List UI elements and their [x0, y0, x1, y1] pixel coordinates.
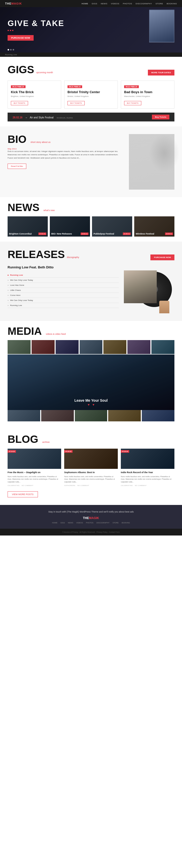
track-6-name: We Can Only Lose Today	[10, 299, 33, 302]
track-item-7[interactable]: Running Low	[7, 303, 119, 308]
gig-1-ticket-button[interactable]: Buy tickets	[11, 101, 28, 105]
video-play-button[interactable]: ♥	[93, 403, 94, 406]
view-more-posts-button[interactable]: View More Posts	[7, 491, 38, 497]
news-4-overlay: Wireless Festival 22.09.11	[134, 216, 175, 237]
track-item-4[interactable]: Little Chaos	[7, 288, 119, 293]
releases-section: RELEASES discography Purchase now Runnin…	[0, 242, 182, 321]
releases-header: RELEASES discography Purchase now	[7, 249, 175, 260]
hero-nav-dots	[7, 49, 14, 51]
footer-nav-booking[interactable]: BOOKING	[122, 522, 130, 524]
news-card-3[interactable]: Pukkelpop Festival 21.06.11	[92, 216, 132, 237]
footer-nav-gigs[interactable]: GIGS	[60, 522, 65, 524]
news-card-2[interactable]: BIO: New Releases 14.03.11	[50, 216, 90, 237]
more-tour-dates-button[interactable]: More Tour Dates	[148, 70, 175, 75]
nav-store[interactable]: STORE	[155, 2, 163, 5]
blog-2-badge: 07.23.15	[64, 450, 73, 453]
video-player: Leave Me Your Soul ♥ ♥	[7, 354, 175, 410]
bio-title-row: BIO short story about us	[7, 134, 124, 145]
footer-logo: THEMAGIK	[5, 516, 177, 520]
video-title: Leave Me Your Soul	[7, 398, 175, 402]
hero-purchase-button[interactable]: Purchase now	[7, 35, 34, 41]
bio-content: BIO short story about us May 2013 Duis i…	[7, 134, 124, 169]
track-item-3[interactable]: Love Has Gone	[7, 283, 119, 288]
news-card-1[interactable]: Brighton Concordia2 17.02.15	[7, 216, 48, 237]
festival-bar: 28.02.16 – Air and Style Festival Innsbr…	[7, 113, 175, 121]
gig-2-ticket-button[interactable]: Buy tickets	[68, 101, 85, 105]
nav-photos[interactable]: PHOTOS	[123, 2, 132, 5]
blog-2-title: Sophomore Albums: Best In	[64, 471, 118, 474]
hero-nav-dot-1[interactable]	[7, 49, 9, 51]
media-thumb-7[interactable]	[151, 340, 175, 354]
gigs-title: GIGS	[7, 64, 34, 75]
footer-bottom: © Access of Privacy · All Rights Reserve…	[0, 529, 182, 535]
footer-nav-home[interactable]: HOME	[52, 522, 57, 524]
bio-text: Duis in accumsan dolor, sit amet nisi. I…	[7, 150, 124, 160]
video-thumb-2[interactable]	[41, 410, 74, 422]
footer-nav-videos[interactable]: VIDEOS	[76, 522, 83, 524]
media-thumb-6[interactable]	[127, 340, 150, 354]
video-thumb-4[interactable]	[108, 410, 141, 422]
releases-purchase-button[interactable]: Purchase now	[150, 254, 175, 260]
media-thumb-4[interactable]	[80, 340, 103, 354]
gig-card-3: 06.21 FIBB.15 Bad Boys in Town Mancheste…	[121, 81, 175, 108]
gig-3-date: 06.21 FIBB.15	[124, 85, 139, 88]
footer-nav-discography[interactable]: DISCOGRAPHY	[96, 522, 109, 524]
blog-3-badge: 07.23.15	[121, 450, 129, 453]
blog-card-1: 07.14.15 Free the Music – Stagelight on …	[7, 448, 61, 486]
running-line: Running Line	[0, 53, 182, 57]
bio-read-button[interactable]: Read Full Bio	[7, 164, 26, 169]
media-title-row: MEDIA videos & video feed	[7, 326, 175, 337]
footer-nav-news[interactable]: NEWS	[68, 522, 73, 524]
nav-news[interactable]: NEWS	[101, 2, 107, 5]
releases-right	[124, 265, 175, 313]
gig-1-location: Brighton, United Kingdom	[11, 95, 58, 98]
media-thumb-5[interactable]	[103, 340, 126, 354]
releases-left: Running Low Feat. Beth Ditto Running Low…	[7, 265, 119, 308]
media-thumb-1[interactable]	[7, 340, 31, 354]
nav-videos[interactable]: VIDEOS	[111, 2, 119, 5]
festival-info: 28.02.16 – Air and Style Festival Innsbr…	[12, 115, 73, 119]
track-1-name: Running Low	[10, 274, 23, 276]
gig-2-date: 06.21 FIBB.15	[68, 85, 82, 88]
video-thumbnails	[7, 410, 175, 422]
news-card-4[interactable]: Wireless Festival 22.09.11	[134, 216, 175, 237]
vinyl-container	[124, 265, 172, 313]
track-item-2[interactable]: We Can Only Lose Today	[7, 278, 119, 283]
nav-home[interactable]: HOME	[82, 2, 88, 5]
album-cover	[124, 270, 157, 303]
news-3-image: Pukkelpop Festival 21.06.11	[92, 216, 132, 237]
news-4-badge: 22.09.11	[165, 232, 173, 235]
gig-3-ticket-button[interactable]: Buy tickets	[124, 101, 141, 105]
nav-booking[interactable]: BOOKING	[166, 2, 177, 5]
footer-nav-store[interactable]: STORE	[112, 522, 119, 524]
track-item-1[interactable]: Running Low	[7, 273, 119, 278]
media-thumb-3[interactable]	[56, 340, 79, 354]
media-thumb-5-img	[103, 340, 126, 354]
hero-album-image	[149, 9, 175, 42]
media-thumb-3-img	[56, 340, 79, 354]
news-1-overlay: Brighton Concordia2 17.02.15	[7, 216, 48, 237]
media-thumb-7-img	[151, 340, 175, 354]
nav-gigs[interactable]: GIGS	[92, 2, 97, 5]
video-thumb-5[interactable]	[142, 410, 175, 422]
video-thumb-1[interactable]	[7, 410, 40, 422]
releases-title-wrap: RELEASES discography	[7, 249, 79, 260]
festival-ticket-button[interactable]: Buy Tickets	[152, 115, 170, 119]
gig-cards-list: 06.21 FIBB.15 Kick The Brick Brighton, U…	[7, 81, 175, 108]
hero-nav-dot-3[interactable]	[12, 49, 14, 51]
gigs-title-wrap: GIGS upcoming month	[7, 64, 53, 75]
nav-discography[interactable]: DISCOGRAPHY	[136, 2, 152, 5]
hero-nav-dot-2[interactable]	[10, 49, 11, 51]
track-item-6[interactable]: We Can Only Lose Today	[7, 298, 119, 303]
video-rewind-button[interactable]: ♥	[88, 403, 89, 406]
gig-1-date: 06.21 FIBB.15	[11, 85, 26, 88]
track-5-name: Come Here	[10, 294, 21, 297]
blog-2-image: 07.23.15	[64, 448, 118, 469]
footer-nav-photos[interactable]: PHOTOS	[86, 522, 93, 524]
video-thumb-3[interactable]	[75, 410, 107, 422]
blog-3-text: Nunc mollis faucibus sem, sed mollis con…	[121, 475, 175, 484]
track-item-5[interactable]: Come Here	[7, 293, 119, 298]
track-3-name: Love Has Gone	[10, 284, 24, 286]
news-3-badge: 21.06.11	[123, 232, 131, 235]
media-thumb-2[interactable]	[32, 340, 55, 354]
